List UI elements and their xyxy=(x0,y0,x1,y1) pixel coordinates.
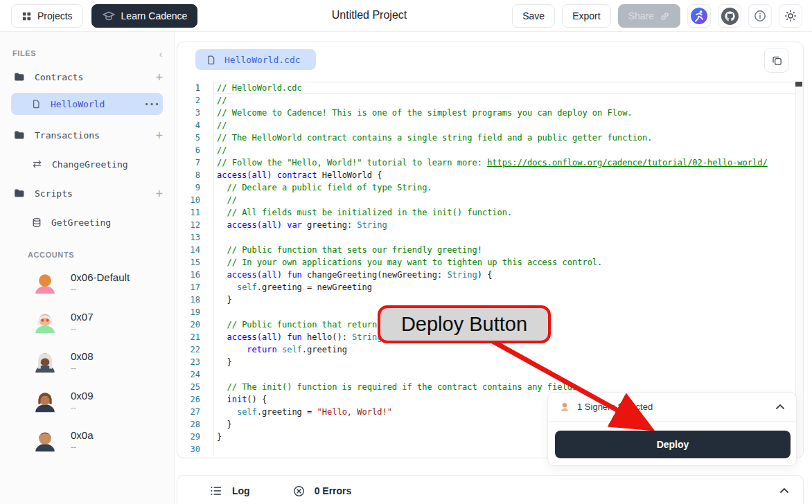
account-texts: 0x09-- xyxy=(71,390,94,413)
folder-icon xyxy=(14,130,25,140)
add-file-button[interactable]: + xyxy=(156,188,163,199)
tab-helloworld-cdc[interactable]: HelloWorld.cdc xyxy=(195,49,316,70)
sidebar-item-helloworld[interactable]: HelloWorld••• xyxy=(11,93,163,115)
code-line-23[interactable]: 23 } xyxy=(177,356,803,368)
save-button[interactable]: Save xyxy=(512,4,555,28)
account-address: 0x09 xyxy=(71,390,94,402)
line-number: 24 xyxy=(177,368,213,381)
code-line-9[interactable]: 9 // Declare a public field of type Stri… xyxy=(177,181,803,194)
export-button[interactable]: Export xyxy=(562,4,610,28)
errors-count-label[interactable]: 0 Errors xyxy=(315,485,352,496)
add-file-button[interactable]: + xyxy=(156,129,163,141)
code-line-3[interactable]: 3// Welcome to Cadence! This is one of t… xyxy=(177,107,803,119)
code-line-text: // Welcome to Cadence! This is one of th… xyxy=(213,107,803,119)
add-file-button[interactable]: + xyxy=(156,71,163,83)
line-number: 3 xyxy=(177,107,213,119)
code-line-7[interactable]: 7// Follow the "Hello, World!" tutorial … xyxy=(177,156,803,169)
code-token xyxy=(217,270,227,280)
account-avatar xyxy=(32,309,58,335)
code-line-15[interactable]: 15 // In your own applications you may w… xyxy=(177,256,803,269)
folder-scripts[interactable]: Scripts+ xyxy=(0,184,174,202)
code-line-22[interactable]: 22 return self.greeting xyxy=(177,343,803,356)
line-number: 10 xyxy=(177,194,213,206)
code-line-24[interactable]: 24 xyxy=(177,368,803,381)
signers-header[interactable]: 1 Signers Selected xyxy=(548,393,796,422)
code-line-text: // All fields must be initialized in the… xyxy=(213,206,803,219)
code-token: // xyxy=(217,145,227,155)
code-token: // All fields must be initialized in the… xyxy=(227,208,512,217)
share-button[interactable]: Share xyxy=(618,4,680,28)
code-line-text: self.greeting = newGreeting xyxy=(213,281,803,294)
code-token: init xyxy=(227,395,247,404)
code-line-5[interactable]: 5// The HelloWorld contract contains a s… xyxy=(177,132,803,144)
tab-label: HelloWorld.cdc xyxy=(224,55,301,65)
code-line-text: // HelloWorld.cdc xyxy=(213,82,803,94)
code-line-14[interactable]: 14 // Public function that sets our frie… xyxy=(177,244,803,256)
flow-playground-app: Projects Learn Cadence Untitled Project … xyxy=(0,0,812,504)
line-number: 23 xyxy=(177,356,213,368)
code-token: access(all) xyxy=(227,270,281,280)
account-0x09[interactable]: 0x09-- xyxy=(32,386,163,416)
flow-runner-button[interactable] xyxy=(687,4,711,28)
file-menu-button[interactable]: ••• xyxy=(144,100,163,109)
signers-collapse-icon[interactable] xyxy=(775,404,785,411)
file-label: ChangeGreeting xyxy=(52,159,128,170)
account-0x06-default[interactable]: 0x06-Default-- xyxy=(32,267,163,298)
line-number: 8 xyxy=(177,169,213,181)
code-line-10[interactable]: 10 // xyxy=(177,194,803,206)
code-line-4[interactable]: 4// xyxy=(177,119,803,132)
github-button[interactable] xyxy=(718,4,741,28)
code-token: } xyxy=(217,432,222,442)
code-line-text: // Declare a public field of type String… xyxy=(213,181,803,194)
file-label: HelloWorld xyxy=(51,99,144,109)
folder-transactions[interactable]: Transactions+ xyxy=(0,126,174,144)
code-line-11[interactable]: 11 // All fields must be initialized in … xyxy=(177,206,803,219)
code-token xyxy=(217,282,237,292)
line-number: 14 xyxy=(177,244,213,256)
code-line-text: access(all) fun changeGreeting(newGreeti… xyxy=(213,269,803,281)
log-list-icon xyxy=(210,485,222,496)
sidebar-item-getgreeting[interactable]: GetGreeting xyxy=(11,213,163,231)
account-balance: -- xyxy=(71,442,94,452)
editor-scrollbar-thumb[interactable] xyxy=(795,82,802,87)
code-line-13[interactable]: 13 xyxy=(177,231,803,244)
code-token xyxy=(217,258,227,267)
code-token: } xyxy=(217,357,232,367)
code-line-18[interactable]: 18 } xyxy=(177,294,803,306)
account-0x0a[interactable]: 0x0a-- xyxy=(32,425,163,456)
theme-toggle-button[interactable] xyxy=(779,4,802,28)
account-address: 0x06-Default xyxy=(71,271,130,283)
code-line-1[interactable]: 1// HelloWorld.cdc xyxy=(177,82,803,94)
account-texts: 0x08-- xyxy=(71,350,94,373)
code-line-8[interactable]: 8access(all) contract HelloWorld { xyxy=(177,169,803,181)
code-line-16[interactable]: 16 access(all) fun changeGreeting(newGre… xyxy=(177,269,803,281)
code-line-17[interactable]: 17 self.greeting = newGreeting xyxy=(177,281,803,294)
line-number: 4 xyxy=(177,119,213,132)
deploy-button[interactable]: Deploy xyxy=(555,431,791,458)
log-panel-header: Log 0 Errors xyxy=(177,476,803,504)
code-line-12[interactable]: 12 access(all) var greeting: String xyxy=(177,219,803,231)
theme-sun-icon xyxy=(784,10,797,22)
copy-code-button[interactable] xyxy=(764,48,789,73)
info-button[interactable] xyxy=(748,4,772,28)
collapse-sidebar-icon[interactable]: ‹ xyxy=(159,48,163,60)
code-line-6[interactable]: 6// xyxy=(177,144,803,156)
learn-cadence-button[interactable]: Learn Cadence xyxy=(91,4,198,28)
signers-selected-text: 1 Signers Selected xyxy=(577,402,653,412)
folder-contracts[interactable]: Contracts+ xyxy=(0,68,174,86)
code-token: return xyxy=(247,345,276,354)
code-token: () { xyxy=(247,395,267,404)
line-number: 30 xyxy=(177,443,213,456)
code-link[interactable]: https://docs.onflow.org/cadence/tutorial… xyxy=(487,158,768,168)
line-number: 20 xyxy=(177,318,213,331)
code-line-2[interactable]: 2// xyxy=(177,94,803,107)
account-0x07[interactable]: 0x07-- xyxy=(32,307,163,337)
log-tab-label[interactable]: Log xyxy=(232,485,250,496)
account-balance: -- xyxy=(71,285,130,294)
sidebar-item-changegreeting[interactable]: ChangeGreeting xyxy=(11,155,163,173)
projects-button[interactable]: Projects xyxy=(11,4,83,28)
code-token: String xyxy=(447,270,477,280)
code-token: self xyxy=(282,345,302,354)
log-collapse-icon[interactable] xyxy=(779,487,789,494)
account-0x08[interactable]: 0x08-- xyxy=(32,346,163,377)
